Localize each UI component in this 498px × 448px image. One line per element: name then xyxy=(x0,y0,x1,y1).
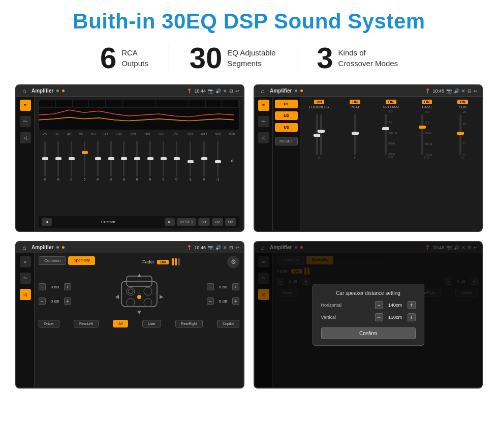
vol-plus-3[interactable]: + xyxy=(232,283,239,290)
settings-icon[interactable]: ⚙ xyxy=(227,256,239,268)
rearleft-button[interactable]: RearLeft xyxy=(74,320,99,327)
slider-thumb-4[interactable] xyxy=(82,151,88,154)
vol-plus-4[interactable]: + xyxy=(232,297,239,305)
preset-u2-button[interactable]: U2 xyxy=(275,111,298,120)
slider-thumb-1[interactable] xyxy=(42,157,48,160)
slider-track-6[interactable] xyxy=(110,141,112,176)
sub-slider[interactable] xyxy=(459,114,461,155)
driver-button[interactable]: Driver xyxy=(39,320,59,327)
slider-track-8[interactable] xyxy=(136,141,138,176)
sub-freq: G xyxy=(461,156,464,159)
cutfreq-slider-1[interactable] xyxy=(385,114,387,155)
slider-track-7[interactable] xyxy=(123,141,124,176)
eq-icon-2[interactable]: ≡ xyxy=(258,100,269,111)
slider-track-2[interactable] xyxy=(57,141,59,176)
slider-thumb-11[interactable] xyxy=(174,157,180,160)
eq-icon[interactable]: ≡ xyxy=(20,100,31,111)
home-icon-3[interactable]: ⌂ xyxy=(20,244,28,252)
slider-track-13[interactable] xyxy=(203,141,205,176)
eq-u1-button[interactable]: U1 xyxy=(198,218,209,226)
crossover-reset-button[interactable]: RESET xyxy=(275,137,298,145)
preset-u1-button[interactable]: U1 xyxy=(275,100,298,108)
phat-slider[interactable] xyxy=(354,114,356,155)
home-icon-2[interactable]: ⌂ xyxy=(259,87,267,95)
loudness-thumb-1[interactable] xyxy=(314,134,321,137)
wave-icon[interactable]: 〜 xyxy=(20,116,31,127)
vol-ctrl-3: − 0 dB + xyxy=(207,283,239,290)
slider-val-11: 0 xyxy=(175,177,177,181)
slider-thumb-14[interactable] xyxy=(215,160,221,163)
camera-icon-2: 📷 xyxy=(446,88,452,94)
camera-icon: 📷 xyxy=(208,88,213,94)
back-icon-2: ↩ xyxy=(474,88,478,94)
rearright-button[interactable]: RearRight xyxy=(175,320,203,327)
vol-minus-3[interactable]: − xyxy=(207,283,214,290)
wave-icon-2[interactable]: 〜 xyxy=(258,116,269,127)
speaker-icon-2[interactable]: ◁ xyxy=(258,132,269,143)
vertical-plus-button[interactable]: + xyxy=(408,313,416,321)
vol-minus-4[interactable]: − xyxy=(207,297,214,305)
vertical-minus-button[interactable]: − xyxy=(375,313,383,321)
screen-eq-content: ≡ 〜 ◁ xyxy=(16,97,243,231)
horizontal-plus-button[interactable]: + xyxy=(408,301,416,309)
slider-track-1[interactable] xyxy=(44,141,46,176)
stat-eq-number: 30 xyxy=(190,43,223,73)
home-icon[interactable]: ⌂ xyxy=(20,87,28,95)
eq-u3-button[interactable]: U3 xyxy=(225,218,236,226)
bass-slider[interactable] xyxy=(421,114,423,155)
svg-point-4 xyxy=(127,298,135,307)
confirm-button[interactable]: Confirm xyxy=(321,327,416,339)
eq-icon-3[interactable]: ≡ xyxy=(20,256,31,267)
slider-thumb-2[interactable] xyxy=(55,157,61,160)
sub-thumb[interactable] xyxy=(457,132,464,135)
loudness-slider-2[interactable] xyxy=(320,114,322,155)
tab-specialty[interactable]: Specialty xyxy=(68,256,95,265)
eq-reset-button[interactable]: RESET xyxy=(177,218,197,226)
user-button[interactable]: User xyxy=(142,320,161,327)
cutfreq-on-badge: ON xyxy=(386,100,396,104)
speaker-icon-3[interactable]: ◁ xyxy=(20,289,31,300)
vol-minus-1[interactable]: − xyxy=(39,283,46,290)
slider-track-12[interactable] xyxy=(190,141,191,176)
eq-u2-button[interactable]: U2 xyxy=(212,218,223,226)
eq-next-button[interactable]: ► xyxy=(165,218,175,226)
vol-plus-1[interactable]: + xyxy=(64,283,71,290)
channel-bass: ON BASS 3.0 2.5 90Hz 80Hz 70Hz xyxy=(416,100,438,159)
slider-thumb-9[interactable] xyxy=(147,157,153,160)
stat-rca: 6 RCAOutputs xyxy=(80,43,169,73)
slider-thumb-12[interactable] xyxy=(188,160,194,163)
slider-thumb-5[interactable] xyxy=(95,157,101,160)
channels-row: ON LOUDNESS G ON xyxy=(302,100,480,159)
slider-track-5[interactable] xyxy=(97,141,99,176)
bass-thumb[interactable] xyxy=(419,126,426,129)
freq-63: 63 xyxy=(91,132,96,136)
preset-u3-button[interactable]: U3 xyxy=(275,123,298,132)
slider-track-4[interactable] xyxy=(84,141,85,176)
cutfreq-thumb-1[interactable] xyxy=(382,127,389,130)
speaker-icon[interactable]: ◁ xyxy=(20,132,31,143)
slider-thumb-3[interactable] xyxy=(69,157,75,160)
slider-val-12: -1 xyxy=(189,177,192,181)
slider-thumb-8[interactable] xyxy=(134,157,140,160)
loudness-slider-1[interactable] xyxy=(316,114,318,155)
vol-minus-2[interactable]: − xyxy=(39,297,46,305)
wave-icon-3[interactable]: 〜 xyxy=(20,273,31,284)
slider-track-10[interactable] xyxy=(163,141,164,176)
vol-plus-2[interactable]: + xyxy=(64,297,71,305)
slider-thumb-7[interactable] xyxy=(121,157,127,160)
loudness-thumb-2[interactable] xyxy=(318,130,325,133)
copilot-button[interactable]: Copilot xyxy=(217,320,239,327)
tab-common[interactable]: Common xyxy=(39,256,66,265)
phat-thumb[interactable] xyxy=(352,132,359,135)
slider-thumb-13[interactable] xyxy=(201,157,207,160)
eq-prev-button[interactable]: ◄ xyxy=(42,218,52,226)
all-button[interactable]: All xyxy=(113,320,128,327)
slider-track-3[interactable] xyxy=(71,141,72,176)
slider-track-11[interactable] xyxy=(176,141,177,176)
slider-track-14[interactable] xyxy=(217,141,219,176)
slider-thumb-10[interactable] xyxy=(161,157,167,160)
slider-track-9[interactable] xyxy=(149,141,151,176)
slider-thumb-6[interactable] xyxy=(108,157,114,160)
scroll-right-icon[interactable]: » xyxy=(230,157,234,164)
horizontal-minus-button[interactable]: − xyxy=(375,301,383,309)
